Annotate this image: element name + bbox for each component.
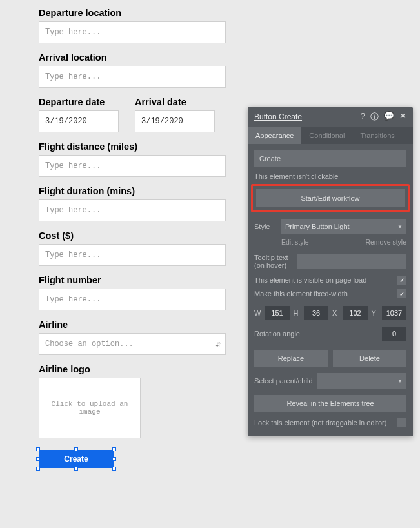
start-edit-workflow-button[interactable]: Start/Edit workflow xyxy=(256,189,405,207)
input-arrival-date[interactable] xyxy=(135,110,215,132)
inspector-header[interactable]: Button Create ? ⓘ 💬 ✕ xyxy=(248,107,413,127)
field-departure-date: Departure date xyxy=(39,97,119,132)
resize-handle-tl[interactable] xyxy=(36,447,40,451)
input-flight-distance[interactable] xyxy=(39,155,226,177)
help-icon[interactable]: ? xyxy=(361,111,365,123)
tooltip-row: Tooltip text (on hover) xyxy=(254,254,406,269)
fixed-width-checkbox[interactable]: ✓ xyxy=(397,289,406,298)
input-departure-location[interactable] xyxy=(39,21,226,43)
style-label: Style xyxy=(254,223,276,230)
dim-y-label: Y xyxy=(372,309,379,317)
field-departure-location: Departure location xyxy=(39,8,420,43)
input-cost[interactable] xyxy=(39,244,226,266)
create-button[interactable]: Create xyxy=(39,450,114,468)
tab-transitions[interactable]: Transitions xyxy=(352,127,402,144)
dim-w-input[interactable] xyxy=(265,306,290,320)
resize-handle-ml[interactable] xyxy=(36,457,40,461)
select-airline[interactable]: Choose an option... xyxy=(39,333,226,355)
rotation-input[interactable] xyxy=(382,327,406,341)
edit-style-link[interactable]: Edit style xyxy=(281,238,309,246)
label-departure-location: Departure location xyxy=(39,8,420,18)
rotation-row: Rotation angle xyxy=(254,327,406,341)
inspector-title[interactable]: Button Create xyxy=(254,112,302,121)
lock-element-checkbox[interactable] xyxy=(397,418,406,427)
remove-style-link[interactable]: Remove style xyxy=(365,238,406,246)
inspector-header-icons: ? ⓘ 💬 ✕ xyxy=(361,111,406,123)
style-row: Style Primary Button Light ▼ xyxy=(254,219,406,234)
dim-w-label: W xyxy=(254,309,261,317)
style-select[interactable]: Primary Button Light xyxy=(281,219,406,234)
info-icon[interactable]: ⓘ xyxy=(370,111,379,123)
dimensions-row: W H X Y xyxy=(254,306,406,320)
dim-y-input[interactable] xyxy=(382,306,406,320)
input-arrival-location[interactable] xyxy=(39,66,226,88)
visible-on-load-row: This element is visible on page load ✓ xyxy=(254,276,406,285)
upload-placeholder-text: Click to upload an image xyxy=(43,400,136,416)
image-upload-airline-logo[interactable]: Click to upload an image xyxy=(39,378,141,438)
parent-child-row: Select parent/child ▼ xyxy=(254,373,406,389)
comment-icon[interactable]: 💬 xyxy=(384,111,394,123)
resize-handle-br[interactable] xyxy=(112,467,116,471)
label-arrival-location: Arrival location xyxy=(39,52,420,63)
lock-element-label: Lock this element (not draggable in edit… xyxy=(254,419,386,427)
dim-h-label: H xyxy=(294,309,301,317)
input-departure-date[interactable] xyxy=(39,110,119,132)
visible-on-load-label: This element is visible on page load xyxy=(254,276,366,284)
dim-h-input[interactable] xyxy=(304,306,328,320)
parent-child-label: Select parent/child xyxy=(254,377,313,385)
fixed-width-label: Make this element fixed-width xyxy=(254,290,348,298)
style-select-value: Primary Button Light xyxy=(285,223,350,230)
tooltip-input[interactable] xyxy=(297,254,406,269)
lock-element-row: Lock this element (not draggable in edit… xyxy=(254,418,406,427)
reveal-elements-tree-button[interactable]: Reveal in the Elements tree xyxy=(254,395,406,412)
parent-child-select[interactable] xyxy=(317,373,407,389)
inspector-panel[interactable]: Button Create ? ⓘ 💬 ✕ Appearance Conditi… xyxy=(248,107,413,436)
fixed-width-row: Make this element fixed-width ✓ xyxy=(254,289,406,298)
inspector-tabs: Appearance Conditional Transitions xyxy=(248,127,413,144)
tab-appearance[interactable]: Appearance xyxy=(248,127,301,144)
tooltip-label: Tooltip text (on hover) xyxy=(254,254,294,269)
create-button-selection[interactable]: Create xyxy=(39,450,114,468)
workflow-highlight-box: Start/Edit workflow xyxy=(251,184,410,212)
rotation-label: Rotation angle xyxy=(254,330,300,338)
replace-delete-row: Replace Delete xyxy=(254,350,406,367)
field-arrival-location: Arrival location xyxy=(39,52,420,88)
tab-conditional[interactable]: Conditional xyxy=(301,127,352,144)
label-arrival-date: Arrival date xyxy=(135,97,215,107)
delete-button[interactable]: Delete xyxy=(333,350,406,367)
replace-button[interactable]: Replace xyxy=(254,350,328,367)
label-departure-date: Departure date xyxy=(39,97,119,107)
inspector-body: This element isn't clickable Start/Edit … xyxy=(248,144,413,436)
input-flight-number[interactable] xyxy=(39,289,226,310)
style-links-row: Edit style Remove style xyxy=(254,238,406,246)
field-arrival-date: Arrival date xyxy=(135,97,215,132)
resize-handle-bl[interactable] xyxy=(36,467,40,471)
dim-x-input[interactable] xyxy=(343,306,368,320)
element-name-input[interactable] xyxy=(254,150,406,167)
resize-handle-tm[interactable] xyxy=(74,447,78,451)
visible-on-load-checkbox[interactable]: ✓ xyxy=(397,276,406,285)
close-icon[interactable]: ✕ xyxy=(399,111,406,123)
resize-handle-bm[interactable] xyxy=(74,467,78,471)
resize-handle-tr[interactable] xyxy=(112,447,116,451)
input-flight-duration[interactable] xyxy=(39,199,226,221)
resize-handle-mr[interactable] xyxy=(112,457,116,461)
dim-x-label: X xyxy=(332,309,339,317)
not-clickable-text: This element isn't clickable xyxy=(254,167,406,184)
